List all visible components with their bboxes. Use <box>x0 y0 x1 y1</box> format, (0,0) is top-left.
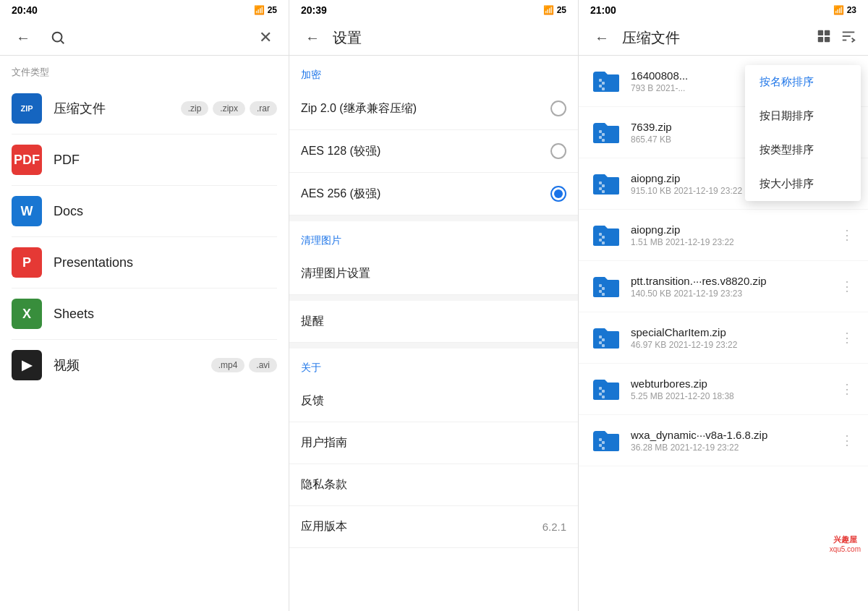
settings-item-clear_img_settings[interactable]: 清理图片设置 <box>289 253 578 295</box>
svg-rect-13 <box>599 130 602 133</box>
radio-aes128[interactable] <box>550 143 566 159</box>
svg-rect-40 <box>602 447 605 450</box>
file-type-name-zip: 压缩文件 <box>54 100 169 117</box>
file-name-f7: webturbores.zip <box>631 377 827 390</box>
svg-rect-31 <box>599 341 602 344</box>
svg-rect-26 <box>602 287 605 290</box>
statusbar-panel2: 20:39 📶 25 <box>289 0 578 20</box>
file-list-item-f4[interactable]: aiopng.zip1.51 MB 2021-12-19 23:22⋮ <box>579 210 868 261</box>
file-name-f4: aiopng.zip <box>631 223 827 236</box>
svg-rect-30 <box>602 338 605 341</box>
svg-rect-34 <box>602 390 605 393</box>
file-icon-pdf: PDF <box>12 145 42 175</box>
search-button-panel1[interactable] <box>46 26 69 49</box>
file-icon-sheets: X <box>12 299 42 329</box>
settings-item-user_guide[interactable]: 用户指南 <box>289 422 578 464</box>
panel-settings: 20:39 📶 25 ← 设置 加密Zip 2.0 (继承兼容压缩)AES 12… <box>289 0 579 611</box>
settings-item-privacy[interactable]: 隐私条款 <box>289 464 578 506</box>
file-list-item-f6[interactable]: specialCharItem.zip46.97 KB 2021-12-19 2… <box>579 312 868 364</box>
grid-view-button[interactable] <box>816 28 832 48</box>
settings-item-zip2[interactable]: Zip 2.0 (继承兼容压缩) <box>289 87 578 130</box>
settings-label-zip2: Zip 2.0 (继承兼容压缩) <box>301 101 417 116</box>
settings-value-version: 6.2.1 <box>542 521 566 533</box>
file-icon-presentations: P <box>12 247 42 278</box>
svg-rect-12 <box>602 87 605 90</box>
file-info-f4: aiopng.zip1.51 MB 2021-12-19 23:22 <box>631 223 827 247</box>
svg-rect-3 <box>825 30 830 35</box>
svg-rect-17 <box>599 181 602 184</box>
more-button-f6[interactable]: ⋮ <box>838 327 856 349</box>
svg-rect-22 <box>602 236 605 239</box>
settings-divider-3 <box>289 343 578 349</box>
sort-button[interactable] <box>841 28 856 48</box>
file-type-item-sheets[interactable]: XSheets <box>0 289 289 339</box>
settings-item-reminder[interactable]: 提醒 <box>289 301 578 343</box>
svg-rect-18 <box>602 184 605 187</box>
zip-icon-f3 <box>590 167 621 200</box>
file-meta-f4: 1.51 MB 2021-12-19 23:22 <box>631 237 827 247</box>
ext-badge: .avi <box>249 358 277 372</box>
settings-label-version: 应用版本 <box>301 519 347 534</box>
more-button-f8[interactable]: ⋮ <box>838 430 856 451</box>
back-button-panel1[interactable]: ← <box>12 26 35 49</box>
dropdown-item-sort_size[interactable]: 按大小排序 <box>745 167 861 201</box>
file-info-f7: webturbores.zip5.25 MB 2021-12-20 18:38 <box>631 377 827 401</box>
settings-label-user_guide: 用户指南 <box>301 435 347 450</box>
file-type-item-zip[interactable]: ZIP压缩文件.zip.zipx.rar <box>0 83 289 134</box>
svg-rect-23 <box>599 239 602 242</box>
file-meta-f6: 46.97 KB 2021-12-19 23:22 <box>631 340 827 350</box>
file-type-name-presentations: Presentations <box>54 255 277 270</box>
settings-title: 设置 <box>333 28 362 48</box>
more-button-f4[interactable]: ⋮ <box>838 224 856 246</box>
settings-item-feedback[interactable]: 反馈 <box>289 380 578 422</box>
radio-aes256[interactable] <box>550 186 566 202</box>
more-button-f7[interactable]: ⋮ <box>838 378 856 400</box>
status-icons-panel3: 📶 23 <box>833 5 856 15</box>
dropdown-item-sort_date[interactable]: 按日期排序 <box>745 99 861 133</box>
file-info-f6: specialCharItem.zip46.97 KB 2021-12-19 2… <box>631 326 827 350</box>
close-button-panel1[interactable]: ✕ <box>254 26 277 49</box>
file-icon-video: ▶ <box>12 350 42 380</box>
back-button-panel2[interactable]: ← <box>301 26 324 49</box>
ext-badges-video: .mp4.avi <box>211 358 277 372</box>
file-name-f8: wxa_dynamic···v8a-1.6.8.zip <box>631 429 827 441</box>
svg-rect-32 <box>602 344 605 347</box>
time-panel1: 20:40 <box>12 4 38 16</box>
svg-rect-37 <box>599 438 602 441</box>
file-meta-f8: 36.28 MB 2021-12-19 23:22 <box>631 443 827 453</box>
file-list-item-f8[interactable]: wxa_dynamic···v8a-1.6.8.zip36.28 MB 2021… <box>579 415 868 466</box>
svg-point-0 <box>53 33 62 42</box>
file-type-item-pdf[interactable]: PDFPDF <box>0 134 289 185</box>
file-icon-zip: ZIP <box>12 93 42 124</box>
battery-label-panel1: 25 <box>268 5 277 15</box>
settings-item-version[interactable]: 应用版本6.2.1 <box>289 506 578 548</box>
zip-icon-f8 <box>590 424 621 457</box>
back-button-panel3[interactable]: ← <box>590 26 613 49</box>
file-type-item-presentations[interactable]: PPresentations <box>0 237 289 288</box>
time-panel2: 20:39 <box>301 4 327 16</box>
svg-rect-5 <box>825 36 830 41</box>
dropdown-item-sort_name[interactable]: 按名称排序 <box>745 65 861 99</box>
svg-rect-33 <box>599 387 602 390</box>
svg-rect-27 <box>599 290 602 293</box>
file-type-item-video[interactable]: ▶视频.mp4.avi <box>0 340 289 390</box>
file-type-item-docs[interactable]: WDocs <box>0 186 289 236</box>
settings-label-clear_img_settings: 清理图片设置 <box>301 266 370 281</box>
file-info-f8: wxa_dynamic···v8a-1.6.8.zip36.28 MB 2021… <box>631 429 827 453</box>
more-button-f5[interactable]: ⋮ <box>838 275 856 297</box>
settings-label-privacy: 隐私条款 <box>301 477 347 492</box>
file-list-item-f5[interactable]: ptt.transition.···res.v8820.zip140.50 KB… <box>579 261 868 312</box>
settings-item-aes128[interactable]: AES 128 (较强) <box>289 130 578 173</box>
file-list-item-f7[interactable]: webturbores.zip5.25 MB 2021-12-20 18:38⋮ <box>579 364 868 415</box>
settings-label-aes256: AES 256 (极强) <box>301 187 380 202</box>
radio-zip2[interactable] <box>550 101 566 116</box>
zip-icon-f4 <box>590 218 621 252</box>
svg-rect-4 <box>818 36 823 41</box>
dropdown-item-sort_type[interactable]: 按类型排序 <box>745 133 861 167</box>
svg-rect-38 <box>602 441 605 444</box>
settings-item-aes256[interactable]: AES 256 (极强) <box>289 173 578 215</box>
file-meta-f7: 5.25 MB 2021-12-20 18:38 <box>631 391 827 401</box>
svg-rect-20 <box>602 190 605 193</box>
file-type-name-docs: Docs <box>54 204 277 219</box>
zip-icon-f7 <box>590 372 621 406</box>
